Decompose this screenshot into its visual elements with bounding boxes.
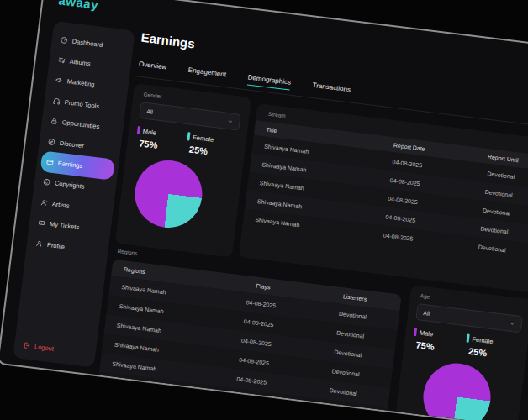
male-percentage: 75%	[415, 339, 466, 355]
sidebar-item-label: Albums	[69, 58, 91, 68]
age-card: Age All Male 75% Female 25%	[394, 285, 528, 420]
screen-background: awaay Dashboard Albums Marketing Promo T…	[0, 0, 528, 420]
lock-icon	[50, 117, 58, 125]
female-percentage: 25%	[188, 144, 236, 160]
compass-icon	[47, 138, 55, 146]
legend-male: Male 75%	[135, 126, 188, 154]
cell-report-date: 04-08-2025	[351, 228, 445, 245]
gender-pie-chart	[131, 156, 206, 231]
age-filter-value: All	[423, 309, 430, 316]
cell-listeners: Devotional	[297, 383, 389, 400]
gender-filter-value: All	[146, 108, 154, 115]
stream-card: Stream Title Report Date Report Until Sh…	[239, 103, 528, 293]
male-legend-label: Male	[142, 127, 156, 136]
dashboard-window: awaay Dashboard Albums Marketing Promo T…	[0, 0, 528, 420]
legend-male: Male 75%	[412, 328, 467, 355]
male-legend-label: Male	[420, 328, 434, 338]
page-title: Earnings	[140, 30, 196, 51]
sidebar-item-label: Profile	[46, 240, 65, 250]
sidebar-item-label: Copyrights	[54, 180, 85, 191]
sidebar-item-label: Earnings	[57, 160, 82, 171]
gender-legend: Male 75% Female 25%	[135, 126, 238, 160]
tab-demographics[interactable]: Demographics	[247, 73, 292, 90]
cell-plays: 04-08-2025	[205, 372, 298, 389]
cell-report-until: Devotional	[445, 239, 528, 257]
male-percentage: 75%	[139, 138, 187, 154]
artist-icon	[40, 198, 49, 207]
age-legend: Male 75% Female 25%	[412, 328, 520, 362]
tab-overview[interactable]: Overview	[138, 60, 167, 76]
sidebar-item-label: Promo Tools	[64, 98, 99, 110]
megaphone-icon	[55, 76, 63, 85]
chevron-down-icon	[227, 118, 234, 124]
gender-card: Gender All Male 75% Female 25%	[115, 83, 251, 258]
male-legend-swatch	[137, 126, 140, 134]
female-legend-swatch	[187, 132, 190, 140]
logout-button[interactable]: Logout	[23, 341, 55, 352]
app-logo: awaay	[58, 0, 100, 12]
sidebar-item-label: Discover	[59, 139, 84, 149]
albums-icon	[57, 56, 66, 65]
sidebar-item-label: Opportunities	[61, 118, 99, 130]
tab-transactions[interactable]: Transactions	[312, 81, 351, 97]
sidebar-item-label: Dashboard	[71, 37, 103, 48]
age-pie-chart	[420, 360, 494, 420]
logout-icon	[23, 341, 31, 349]
dashboard-icon	[60, 36, 68, 45]
sidebar-item-label: My Tickets	[49, 220, 79, 231]
logout-label: Logout	[34, 343, 55, 353]
male-legend-swatch	[414, 328, 417, 336]
regions-section-label: Regions	[117, 248, 138, 256]
legend-female: Female 25%	[185, 132, 238, 160]
ticket-icon	[38, 219, 46, 228]
regions-card: Regions Plays Listeners Shivaaya Namah 0…	[97, 260, 402, 420]
sidebar-item-label: Marketing	[66, 78, 95, 89]
sidebar-item-label: Artists	[51, 200, 70, 209]
wallet-icon	[45, 158, 54, 166]
female-percentage: 25%	[468, 346, 519, 362]
female-legend-swatch	[467, 334, 470, 343]
headphones-icon	[52, 97, 61, 105]
tab-engagement[interactable]: Engagement	[187, 66, 227, 82]
copyright-icon	[42, 178, 50, 186]
profile-icon	[35, 239, 44, 248]
chevron-down-icon	[509, 320, 515, 327]
female-legend-label: Female	[472, 335, 494, 345]
legend-female: Female 25%	[465, 334, 520, 362]
female-legend-label: Female	[193, 134, 214, 144]
